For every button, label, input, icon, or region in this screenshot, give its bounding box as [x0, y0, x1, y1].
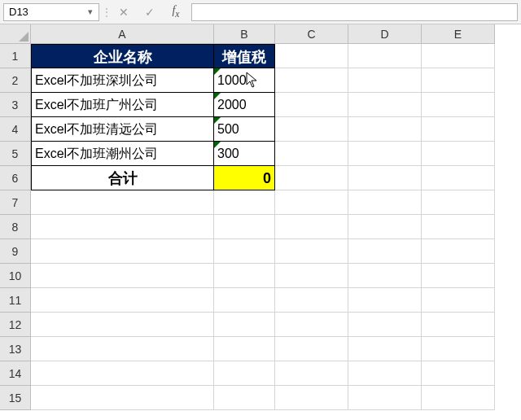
cell-E9[interactable] — [422, 239, 495, 264]
cell-D8[interactable] — [348, 215, 422, 239]
cell-C15[interactable] — [275, 386, 348, 410]
cell-C9[interactable] — [275, 239, 348, 264]
cell-D3[interactable] — [348, 93, 422, 117]
cell-C7[interactable] — [275, 190, 348, 215]
cell-B4[interactable]: 500 — [214, 117, 275, 142]
row-header-7[interactable]: 7 — [0, 190, 31, 215]
cell-D2[interactable] — [348, 68, 422, 93]
cell-E2[interactable] — [422, 68, 495, 93]
cell-C8[interactable] — [275, 215, 348, 239]
cell-E7[interactable] — [422, 190, 495, 215]
cell-B15[interactable] — [214, 386, 275, 410]
cell-C10[interactable] — [275, 264, 348, 288]
row-header-11[interactable]: 11 — [0, 288, 31, 313]
cell-B11[interactable] — [214, 288, 275, 313]
cell-E8[interactable] — [422, 215, 495, 239]
formula-input[interactable] — [191, 3, 518, 21]
table-header-company[interactable]: 企业名称 — [31, 44, 214, 68]
accept-button[interactable]: ✓ — [139, 3, 160, 21]
cell-E4[interactable] — [422, 117, 495, 142]
column-header-B[interactable]: B — [214, 24, 275, 44]
cell-C4[interactable] — [275, 117, 348, 142]
row-header-1[interactable]: 1 — [0, 44, 31, 68]
cell-E13[interactable] — [422, 337, 495, 361]
row-header-12[interactable]: 12 — [0, 313, 31, 337]
cell-D1[interactable] — [348, 44, 422, 68]
grid-body[interactable]: 企业名称增值税Excel不加班深圳公司1000Excel不加班广州公司2000E… — [31, 44, 495, 410]
row-header-9[interactable]: 9 — [0, 239, 31, 264]
cell-D6[interactable] — [348, 166, 422, 190]
cell-C13[interactable] — [275, 337, 348, 361]
cell-D9[interactable] — [348, 239, 422, 264]
cell-C12[interactable] — [275, 313, 348, 337]
cell-A15[interactable] — [31, 386, 214, 410]
cell-B5[interactable]: 300 — [214, 142, 275, 166]
cell-E14[interactable] — [422, 361, 495, 386]
name-box-dropdown-icon[interactable]: ▾ — [84, 7, 97, 17]
cell-D10[interactable] — [348, 264, 422, 288]
cell-D7[interactable] — [348, 190, 422, 215]
cell-E11[interactable] — [422, 288, 495, 313]
cell-D4[interactable] — [348, 117, 422, 142]
row-header-10[interactable]: 10 — [0, 264, 31, 288]
cell-A2[interactable]: Excel不加班深圳公司 — [31, 68, 214, 93]
cell-C3[interactable] — [275, 93, 348, 117]
cell-B8[interactable] — [214, 215, 275, 239]
cell-A3[interactable]: Excel不加班广州公司 — [31, 93, 214, 117]
cell-A9[interactable] — [31, 239, 214, 264]
cell-B7[interactable] — [214, 190, 275, 215]
cancel-button[interactable]: ✕ — [113, 3, 134, 21]
cell-B14[interactable] — [214, 361, 275, 386]
row-header-6[interactable]: 6 — [0, 166, 31, 190]
cell-E3[interactable] — [422, 93, 495, 117]
column-header-C[interactable]: C — [275, 24, 348, 44]
cell-D5[interactable] — [348, 142, 422, 166]
select-all-button[interactable] — [0, 24, 31, 44]
column-header-E[interactable]: E — [422, 24, 495, 44]
cell-A12[interactable] — [31, 313, 214, 337]
cell-B13[interactable] — [214, 337, 275, 361]
cell-A10[interactable] — [31, 264, 214, 288]
cell-E6[interactable] — [422, 166, 495, 190]
cell-D14[interactable] — [348, 361, 422, 386]
cell-C5[interactable] — [275, 142, 348, 166]
cell-D12[interactable] — [348, 313, 422, 337]
total-label[interactable]: 合计 — [31, 166, 214, 190]
cell-A8[interactable] — [31, 215, 214, 239]
cell-B10[interactable] — [214, 264, 275, 288]
cell-A13[interactable] — [31, 337, 214, 361]
row-header-13[interactable]: 13 — [0, 337, 31, 361]
cell-E12[interactable] — [422, 313, 495, 337]
row-header-14[interactable]: 14 — [0, 361, 31, 386]
row-header-5[interactable]: 5 — [0, 142, 31, 166]
cell-A7[interactable] — [31, 190, 214, 215]
cell-D11[interactable] — [348, 288, 422, 313]
total-value[interactable]: 0 — [214, 166, 275, 190]
cell-B2[interactable]: 1000 — [214, 68, 275, 93]
cell-E10[interactable] — [422, 264, 495, 288]
column-header-D[interactable]: D — [348, 24, 422, 44]
row-header-15[interactable]: 15 — [0, 386, 31, 410]
formula-bar-resize-handle[interactable] — [104, 0, 108, 24]
cell-A14[interactable] — [31, 361, 214, 386]
cell-E5[interactable] — [422, 142, 495, 166]
cell-C14[interactable] — [275, 361, 348, 386]
cell-E1[interactable] — [422, 44, 495, 68]
cell-C11[interactable] — [275, 288, 348, 313]
cell-B12[interactable] — [214, 313, 275, 337]
column-header-A[interactable]: A — [31, 24, 214, 44]
cell-A11[interactable] — [31, 288, 214, 313]
row-header-4[interactable]: 4 — [0, 117, 31, 142]
cell-E15[interactable] — [422, 386, 495, 410]
cell-A5[interactable]: Excel不加班潮州公司 — [31, 142, 214, 166]
cell-A4[interactable]: Excel不加班清远公司 — [31, 117, 214, 142]
cell-C1[interactable] — [275, 44, 348, 68]
table-header-vat[interactable]: 增值税 — [214, 44, 275, 68]
name-box[interactable]: D13 ▾ — [3, 3, 99, 21]
cell-B9[interactable] — [214, 239, 275, 264]
row-header-3[interactable]: 3 — [0, 93, 31, 117]
cell-C2[interactable] — [275, 68, 348, 93]
cell-B3[interactable]: 2000 — [214, 93, 275, 117]
row-header-2[interactable]: 2 — [0, 68, 31, 93]
cell-C6[interactable] — [275, 166, 348, 190]
